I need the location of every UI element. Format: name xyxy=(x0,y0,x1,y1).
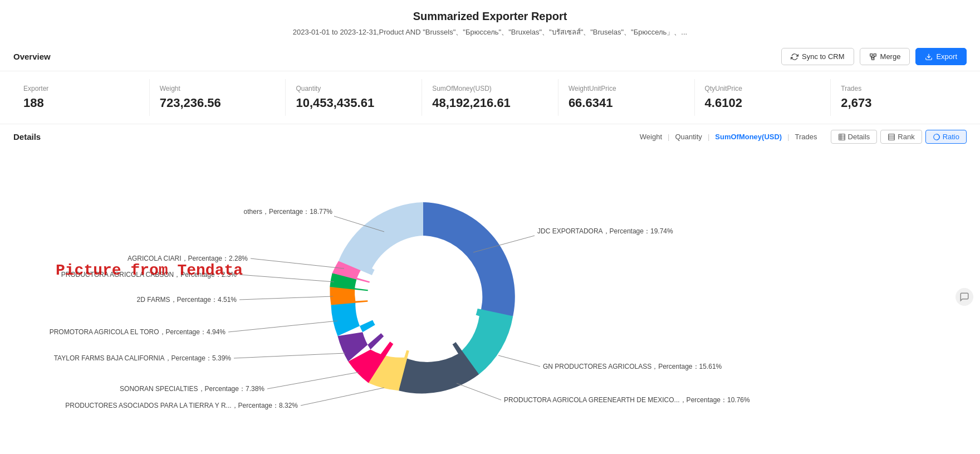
donut-chart: others，Percentage：18.77% JDC EXPORTADORA… xyxy=(0,149,980,445)
sync-to-crm-button[interactable]: Sync to CRM xyxy=(781,48,854,65)
stat-trades: Trades 2,673 xyxy=(831,79,967,116)
svg-text:TAYLOR FARMS BAJA CALIFORNIA，P: TAYLOR FARMS BAJA CALIFORNIA，Percentage：… xyxy=(54,354,232,362)
overview-actions: Sync to CRM Merge Export xyxy=(781,48,967,65)
merge-icon xyxy=(869,53,877,61)
svg-text:JDC EXPORTADORA，Percentage：19.: JDC EXPORTADORA，Percentage：19.74% xyxy=(537,227,673,235)
svg-text:others，Percentage：18.77%: others，Percentage：18.77% xyxy=(244,208,333,216)
svg-point-13 xyxy=(367,241,479,353)
chart-area: others，Percentage：18.77% JDC EXPORTADORA… xyxy=(0,149,980,445)
details-header: Details Weight | Quantity | SumOfMoney(U… xyxy=(13,130,967,144)
svg-rect-9 xyxy=(889,134,895,140)
svg-line-28 xyxy=(228,321,337,332)
view-rank-button[interactable]: Rank xyxy=(880,130,922,144)
export-button[interactable]: Export xyxy=(915,48,967,65)
stat-weight-unit-price: WeightUnitPrice 66.6341 xyxy=(558,79,695,116)
sync-icon xyxy=(791,53,798,61)
svg-line-34 xyxy=(251,258,344,269)
ratio-icon xyxy=(933,133,940,141)
stat-quantity: Quantity 10,453,435.61 xyxy=(286,79,422,116)
chat-bubble-icon xyxy=(959,292,969,302)
overview-bar: Overview Sync to CRM Merge Export xyxy=(0,42,980,71)
svg-line-32 xyxy=(239,275,334,282)
view-details-button[interactable]: Details xyxy=(831,130,878,144)
svg-line-20 xyxy=(457,383,501,400)
table-icon xyxy=(838,133,846,141)
svg-line-30 xyxy=(239,296,333,300)
svg-text:PROMOTORA AGRICOLA EL TORO，Per: PROMOTORA AGRICOLA EL TORO，Percentage：4.… xyxy=(50,328,226,336)
svg-text:2D FARMS，Percentage：4.51%: 2D FARMS，Percentage：4.51% xyxy=(137,296,237,304)
stat-weight: Weight 723,236.56 xyxy=(150,79,286,116)
page-subtitle: 2023-01-01 to 2023-12-31,Product AND "Br… xyxy=(0,26,980,38)
svg-line-18 xyxy=(498,355,540,367)
header: Summarized Exporter Report 2023-01-01 to… xyxy=(0,0,980,42)
metric-sum-of-money-button[interactable]: SumOfMoney(USD) xyxy=(709,130,787,143)
svg-line-22 xyxy=(301,388,384,406)
overview-label: Overview xyxy=(13,52,51,61)
svg-text:AGRICOLA CIARI，Percentage：2.28: AGRICOLA CIARI，Percentage：2.28% xyxy=(128,255,248,262)
export-icon xyxy=(925,53,933,61)
chat-icon[interactable] xyxy=(955,288,973,306)
stats-row: Exporter 188 Weight 723,236.56 Quantity … xyxy=(0,71,980,124)
svg-text:PRODUCTORA AGRICOLA CABSON，Per: PRODUCTORA AGRICOLA CABSON，Percentage：2.… xyxy=(61,271,237,279)
svg-rect-1 xyxy=(874,53,876,56)
svg-text:SONORAN SPECIALTIES，Percentage: SONORAN SPECIALTIES，Percentage：7.38% xyxy=(120,385,264,393)
svg-line-26 xyxy=(234,353,345,358)
merge-button[interactable]: Merge xyxy=(860,48,910,65)
details-label: Details xyxy=(13,132,41,141)
svg-text:GN PRODUCTORES AGRICOLASS，Perc: GN PRODUCTORES AGRICOLASS，Percentage：15.… xyxy=(543,363,722,370)
stat-qty-unit-price: QtyUnitPrice 4.6102 xyxy=(695,79,831,116)
view-buttons: Details Rank Ratio xyxy=(831,130,967,144)
metric-quantity-button[interactable]: Quantity xyxy=(669,130,707,143)
stat-exporter: Exporter 188 xyxy=(13,79,150,116)
svg-text:PRODUCTORES ASOCIADOS PARA LA : PRODUCTORES ASOCIADOS PARA LA TIERRA Y R… xyxy=(65,402,298,409)
details-section: Details Weight | Quantity | SumOfMoney(U… xyxy=(0,124,980,144)
svg-rect-0 xyxy=(870,53,872,56)
view-ratio-button[interactable]: Ratio xyxy=(925,130,967,144)
chart-controls: Weight | Quantity | SumOfMoney(USD) | Tr… xyxy=(634,130,967,144)
metric-trades-button[interactable]: Trades xyxy=(790,130,823,143)
svg-text:PRODUCTORA AGRICOLA GREENEARTH: PRODUCTORA AGRICOLA GREENEARTH DE MEXICO… xyxy=(504,396,750,404)
metric-weight-button[interactable]: Weight xyxy=(634,130,668,143)
svg-rect-5 xyxy=(839,134,845,140)
page-container: Summarized Exporter Report 2023-01-01 to… xyxy=(0,0,980,454)
rank-icon xyxy=(888,133,895,141)
page-title: Summarized Exporter Report xyxy=(0,10,980,23)
svg-line-24 xyxy=(267,372,359,389)
stat-sum-of-money: SumOfMoney(USD) 48,192,216.61 xyxy=(422,79,558,116)
